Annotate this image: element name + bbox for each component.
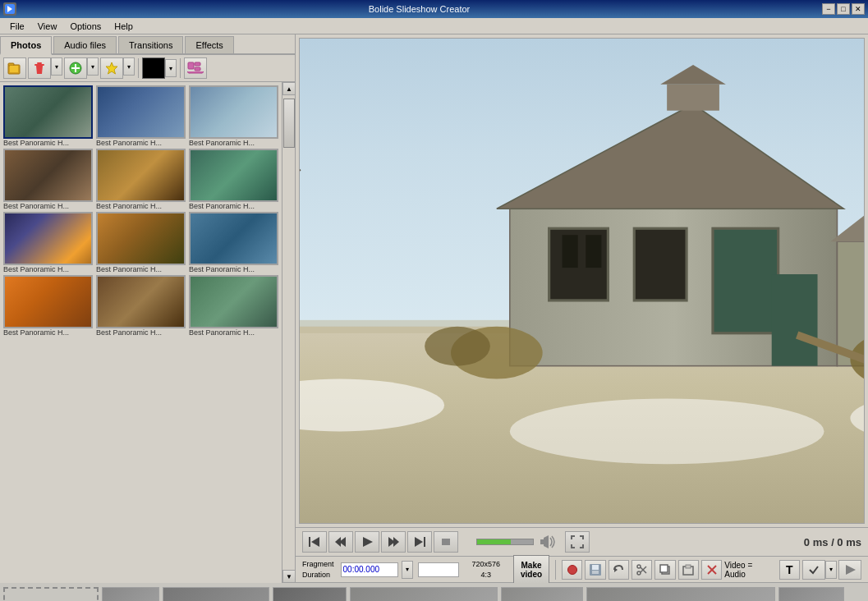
photo-thumbnail[interactable] (189, 149, 278, 202)
duration-field[interactable] (418, 562, 459, 577)
time-display: 0 ms / 0 ms (804, 536, 861, 548)
svg-rect-26 (586, 235, 601, 268)
record-button[interactable] (562, 560, 582, 580)
forward-to-end-button[interactable] (407, 531, 432, 553)
photo-thumbnail[interactable] (3, 275, 93, 328)
menu-help[interactable]: Help (108, 20, 140, 33)
list-item[interactable]: Best Panoramic H... (96, 85, 186, 147)
list-item[interactable]: Best Panoramic H... (96, 275, 186, 337)
scroll-thumb[interactable] (283, 99, 295, 148)
resolution-label: 720x576 4:3 (468, 559, 504, 580)
time-input[interactable] (341, 562, 398, 577)
photo-thumbnail[interactable] (96, 275, 186, 328)
svg-rect-29 (772, 274, 818, 366)
svg-rect-3 (8, 63, 14, 66)
left-panel: Photos Audio files Transitions Effects (0, 34, 296, 583)
current-time: 0 ms (804, 536, 829, 548)
paste-button[interactable] (678, 560, 699, 580)
delete-dropdown[interactable]: ▾ (51, 57, 62, 76)
scroll-up-arrow[interactable]: ▲ (282, 82, 295, 95)
add-button[interactable] (64, 57, 87, 79)
preview-image (300, 39, 864, 523)
next-button[interactable] (381, 531, 406, 553)
minimize-button[interactable]: − (822, 3, 835, 15)
tab-transitions[interactable]: Transitions (118, 36, 183, 53)
tab-effects[interactable]: Effects (185, 36, 233, 53)
tab-audio-files[interactable]: Audio files (53, 36, 117, 53)
star-button[interactable] (100, 57, 123, 79)
photo-thumbnail[interactable] (96, 85, 186, 139)
photo-thumbnail[interactable] (3, 212, 93, 265)
play-button[interactable] (355, 531, 379, 553)
color-picker-button[interactable] (142, 57, 165, 79)
photo-thumbnail[interactable] (3, 85, 93, 139)
table-row[interactable] (163, 587, 269, 602)
photo-label: Best Panoramic H... (96, 202, 186, 210)
slideshow-button[interactable] (184, 57, 207, 79)
table-row[interactable] (350, 587, 498, 602)
svg-rect-6 (34, 64, 44, 66)
table-row[interactable] (102, 587, 159, 602)
save-button[interactable] (585, 560, 605, 580)
confirm-button[interactable] (802, 560, 825, 580)
photo-label: Best Panoramic H... (189, 139, 278, 147)
add-dropdown[interactable]: ▾ (87, 57, 99, 76)
photo-thumbnail[interactable] (189, 212, 278, 265)
menu-options[interactable]: Options (63, 20, 108, 33)
delete-edit-button[interactable] (701, 560, 722, 580)
open-button[interactable] (3, 57, 26, 79)
svg-rect-12 (195, 62, 200, 66)
list-item[interactable]: Best Panoramic H... (189, 212, 278, 273)
stop-button[interactable] (434, 531, 458, 553)
list-item[interactable]: Best Panoramic H... (96, 149, 186, 210)
undo-button[interactable] (609, 560, 629, 580)
photo-row-3: Best Panoramic H... Best Panoramic H... … (3, 212, 278, 273)
list-item[interactable]: Best Panoramic H... (3, 149, 93, 210)
photo-thumbnail[interactable] (96, 212, 186, 265)
close-button[interactable]: ✕ (852, 3, 865, 15)
text-button[interactable]: T (779, 560, 800, 580)
svg-rect-66 (686, 565, 691, 568)
cut-button[interactable] (631, 560, 652, 580)
list-item[interactable]: Best Panoramic H... (189, 149, 278, 210)
table-row[interactable] (501, 587, 583, 602)
svg-rect-52 (442, 539, 450, 545)
star-dropdown[interactable]: ▾ (123, 57, 135, 76)
menu-view[interactable]: View (31, 20, 64, 33)
list-item[interactable]: Best Panoramic H... (3, 275, 93, 337)
scrollbar[interactable]: ▲ ▼ (282, 82, 295, 583)
delete-button[interactable] (28, 57, 51, 79)
photo-thumbnail[interactable] (189, 275, 278, 328)
scroll-down-arrow[interactable]: ▼ (282, 570, 295, 583)
make-video-button[interactable]: Make video (513, 555, 549, 585)
prev-button[interactable] (328, 531, 353, 553)
photo-row-4: Best Panoramic H... Best Panoramic H... … (3, 275, 278, 337)
photo-thumbnail[interactable] (189, 85, 278, 139)
photo-thumbnail[interactable] (96, 149, 186, 202)
list-item[interactable]: Best Panoramic H... (189, 275, 278, 337)
photo-thumbnail[interactable] (3, 149, 93, 202)
tab-photos[interactable]: Photos (0, 36, 52, 55)
maximize-button[interactable]: □ (837, 3, 850, 15)
list-item[interactable]: Best Panoramic H... (3, 212, 93, 273)
volume-control[interactable] (470, 535, 557, 548)
list-item[interactable]: Best Panoramic H... (189, 85, 278, 147)
drag-photo-target[interactable]: Drag your photo here (3, 587, 99, 602)
time-dropdown[interactable]: ▾ (402, 561, 413, 579)
color-dropdown[interactable]: ▾ (165, 59, 177, 77)
reject-button[interactable] (838, 560, 861, 580)
list-item[interactable]: Best Panoramic H... (3, 85, 93, 147)
confirm-dropdown[interactable]: ▾ (825, 561, 837, 579)
table-row[interactable] (273, 587, 347, 602)
svg-rect-56 (592, 565, 599, 570)
table-row[interactable] (586, 587, 775, 602)
list-item[interactable]: Best Panoramic H... (96, 212, 186, 273)
rewind-to-start-button[interactable] (302, 531, 327, 553)
table-row[interactable] (778, 587, 844, 602)
fullscreen-button[interactable] (565, 531, 590, 553)
menu-file[interactable]: File (3, 20, 31, 33)
svg-marker-58 (614, 567, 618, 572)
copy-button[interactable] (654, 560, 675, 580)
volume-slider[interactable] (476, 539, 534, 545)
svg-point-60 (637, 565, 641, 568)
